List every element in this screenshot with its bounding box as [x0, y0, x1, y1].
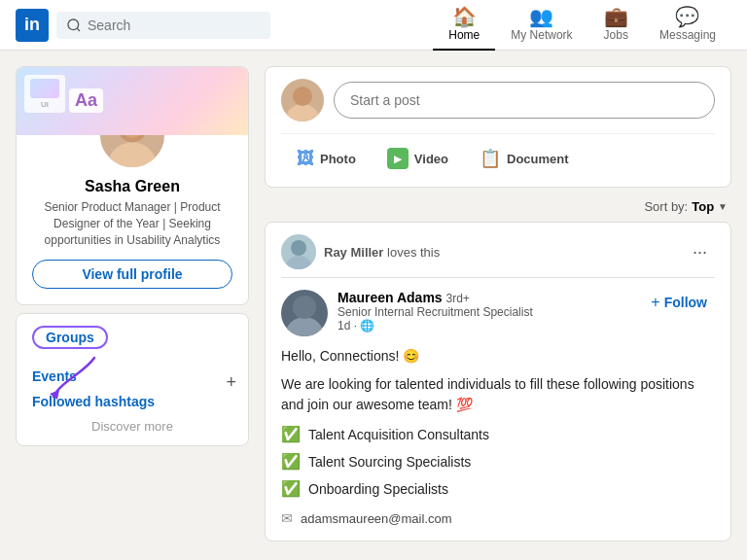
nav-messaging-label: Messaging: [659, 28, 716, 42]
view-profile-button[interactable]: View full profile: [32, 260, 232, 289]
main-layout: UI Aa Sasha Green Se: [0, 66, 747, 542]
author-info: Maureen Adams 3rd+ Senior Internal Recru…: [338, 290, 633, 332]
more-options-button[interactable]: ···: [685, 238, 715, 266]
checklist-item-3: ✅ Onboarding Specialists: [281, 477, 715, 501]
follow-button[interactable]: + Follow: [643, 290, 715, 315]
activity-user-name: Ray Miller: [324, 245, 383, 260]
checklist-item-1: ✅ Talent Acquisition Consultants: [281, 423, 715, 446]
discover-more-link[interactable]: Discover more: [32, 419, 232, 434]
post-actions: 🖼 Photo ▶ Video 📋 Document: [281, 133, 715, 175]
check-icon-3: ✅: [281, 477, 301, 501]
svg-point-6: [285, 104, 320, 122]
profile-title: Senior Product Manager | Product Designe…: [17, 199, 248, 248]
svg-point-0: [68, 19, 79, 30]
activity-action: loves this: [387, 245, 440, 260]
profile-name: Sasha Green: [17, 178, 248, 195]
profile-banner: UI Aa: [17, 67, 248, 135]
banner-decoration: UI: [24, 75, 65, 113]
photo-icon: 🖼: [297, 149, 314, 169]
header: in 🏠 Home 👥 My Network 💼 Jobs 💬 Messagin…: [0, 0, 747, 51]
search-bar[interactable]: [56, 12, 270, 39]
svg-point-11: [293, 296, 316, 319]
post-input-row: [281, 79, 715, 122]
checklist-item-2: ✅ Talent Sourcing Specialists: [281, 450, 715, 473]
nav-home[interactable]: 🏠 Home: [433, 0, 495, 51]
add-sidebar-button[interactable]: +: [226, 372, 236, 393]
contact-email: adamsmaureen@mail.com: [301, 509, 452, 529]
svg-marker-5: [50, 390, 59, 400]
feed-post-section: Maureen Adams 3rd+ Senior Internal Recru…: [266, 278, 730, 541]
sort-dropdown-icon[interactable]: ▼: [718, 201, 728, 212]
messaging-icon: 💬: [675, 7, 699, 26]
photo-action-button[interactable]: 🖼 Photo: [281, 142, 372, 175]
author-meta: 1d · 🌐: [338, 319, 633, 332]
nav-jobs[interactable]: 💼 Jobs: [588, 0, 644, 51]
feed: 🖼 Photo ▶ Video 📋 Document Sort by: Top …: [265, 66, 731, 542]
feed-card: Ray Miller loves this ···: [265, 222, 731, 542]
search-icon: [66, 18, 82, 33]
author-avatar: [281, 290, 328, 336]
document-label: Document: [507, 152, 569, 166]
post-body: Hello, Connections! 😊 We are looking for…: [281, 346, 715, 529]
current-user-avatar: [281, 79, 324, 122]
feed-card-activity: Ray Miller loves this ···: [266, 223, 730, 277]
check-icon-1: ✅: [281, 423, 301, 446]
svg-point-10: [285, 317, 324, 336]
nav-messaging[interactable]: 💬 Messaging: [644, 0, 731, 51]
post-input[interactable]: [334, 82, 715, 119]
sort-value: Top: [692, 199, 714, 214]
check-icon-2: ✅: [281, 450, 301, 473]
profile-card: UI Aa Sasha Green Se: [16, 66, 249, 305]
activity-text: Ray Miller loves this: [324, 245, 677, 260]
main-nav: 🏠 Home 👥 My Network 💼 Jobs 💬 Messaging: [433, 0, 731, 51]
banner-aa: Aa: [69, 88, 103, 113]
nav-network[interactable]: 👥 My Network: [495, 0, 587, 51]
search-input[interactable]: [88, 18, 261, 33]
sidebar: UI Aa Sasha Green Se: [16, 66, 249, 542]
author-avatar-svg: [281, 290, 328, 336]
video-action-button[interactable]: ▶ Video: [372, 142, 464, 175]
home-icon: 🏠: [452, 7, 477, 26]
position-1: Talent Acquisition Consultants: [308, 425, 489, 445]
sort-bar: Sort by: Top ▼: [265, 199, 731, 214]
nav-jobs-label: Jobs: [604, 28, 628, 42]
author-title: Senior Internal Recruitment Specialist: [338, 305, 633, 319]
nav-home-label: Home: [448, 28, 480, 42]
post-intro: We are looking for talented individuals …: [281, 374, 715, 415]
sidebar-item-groups[interactable]: Groups: [32, 326, 108, 349]
position-3: Onboarding Specialists: [308, 479, 448, 500]
nav-network-label: My Network: [511, 28, 572, 42]
feed-post-header: Maureen Adams 3rd+ Senior Internal Recru…: [281, 290, 715, 336]
jobs-icon: 💼: [604, 7, 628, 26]
document-icon: 📋: [480, 148, 501, 169]
network-icon: 👥: [529, 7, 553, 26]
svg-point-9: [291, 240, 306, 256]
email-icon: ✉: [281, 508, 293, 529]
groups-arrow: [46, 353, 104, 404]
svg-point-2: [107, 142, 157, 167]
email-row: ✉ adamsmaureen@mail.com: [281, 508, 715, 529]
video-icon: ▶: [387, 148, 409, 169]
video-label: Video: [414, 152, 448, 166]
current-user-avatar-svg: [281, 79, 324, 122]
sort-label-text: Sort by:: [644, 199, 688, 214]
activity-avatar-svg: [281, 234, 316, 269]
position-2: Talent Sourcing Specialists: [308, 452, 471, 472]
svg-line-1: [77, 28, 80, 31]
follow-plus-icon: +: [651, 294, 659, 311]
linkedin-logo[interactable]: in: [16, 9, 49, 42]
svg-point-7: [293, 87, 312, 106]
post-greeting: Hello, Connections! 😊: [281, 346, 715, 367]
activity-user-avatar: [281, 234, 316, 269]
author-name-row: Maureen Adams 3rd+: [338, 290, 633, 305]
svg-point-8: [285, 256, 312, 269]
post-box: 🖼 Photo ▶ Video 📋 Document: [265, 66, 731, 188]
sidebar-links: Groups Events Followed hashtags + Discov…: [16, 313, 249, 446]
author-badge: 3rd+: [446, 292, 470, 305]
photo-label: Photo: [320, 152, 356, 166]
document-action-button[interactable]: 📋 Document: [464, 142, 585, 175]
follow-label: Follow: [664, 295, 707, 310]
author-name: Maureen Adams: [338, 290, 443, 305]
